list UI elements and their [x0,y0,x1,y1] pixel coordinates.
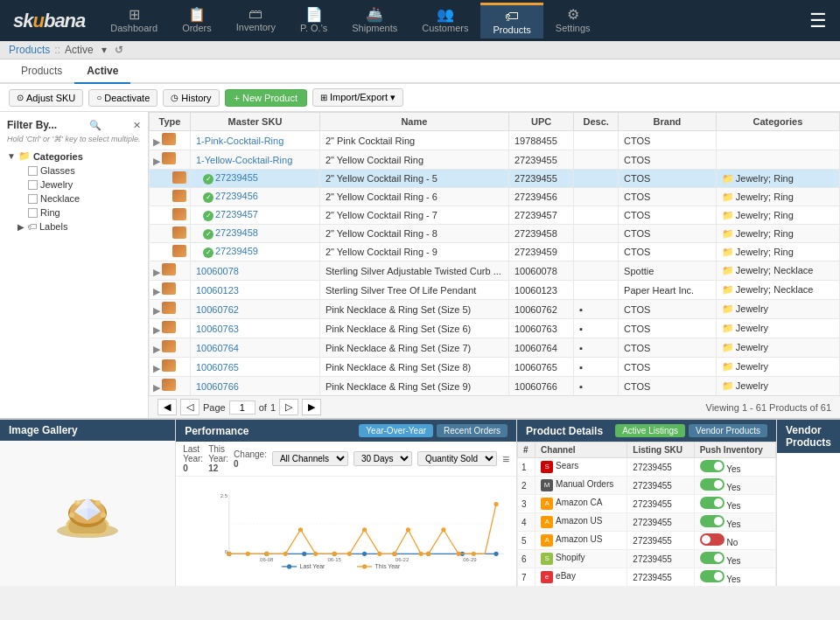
pd-push-cell[interactable]: Yes [694,495,775,513]
vendor-products-button[interactable]: Vendor Products [689,424,767,437]
table-row[interactable]: ▶ 10060764 Pink Necklace & Ring Set (Siz… [150,338,840,358]
table-row[interactable]: ▶ 10060078 Sterling Silver Adjustable Tw… [150,261,840,281]
toggle-on[interactable] [700,497,724,509]
col-name[interactable]: Name [319,113,508,131]
sku-cell[interactable]: ✓27239455 [191,170,320,188]
tab-active[interactable]: Active [74,59,130,84]
sku-link[interactable]: 27239459 [215,246,258,256]
pd-push-cell[interactable]: Yes [694,477,775,495]
filter-search-icon[interactable]: 🔍 [89,120,102,131]
toggle-on[interactable] [700,515,724,527]
pd-table-row[interactable]: 3 AAmazon CA 27239455 Yes [518,495,776,513]
expand-icon[interactable]: ▶ [153,136,160,147]
sku-cell[interactable]: 10060764 [191,338,320,358]
sku-cell[interactable]: ✓27239458 [191,225,320,243]
table-row[interactable]: ▶ 1-Yellow-Cocktail-Ring 2" Yellow Cockt… [150,150,840,170]
tab-products[interactable]: Products [9,59,74,84]
pd-table-row[interactable]: 5 AAmazon US 27239455 No [518,532,776,550]
table-row[interactable]: ▶ 10060123 Sterling Silver Tree Of Life … [150,281,840,300]
year-over-year-button[interactable]: Year-Over-Year [359,424,433,437]
nav-item-dashboard[interactable]: ⊞ Dashboard [98,3,170,38]
ring-checkbox[interactable] [28,208,38,218]
sidebar-item-glasses[interactable]: Glasses [7,164,141,178]
channel-select[interactable]: All Channels [272,451,348,466]
table-row[interactable]: ✓27239459 2" Yellow Cocktail Ring - 9 27… [150,243,840,261]
sku-link[interactable]: 10060123 [196,285,239,296]
table-row[interactable]: ▶ 10060765 Pink Necklace & Ring Set (Siz… [150,358,840,377]
chart-menu-icon[interactable]: ≡ [502,452,509,466]
expand-icon[interactable]: ▶ [153,156,160,166]
new-product-button[interactable]: + New Product [225,89,307,107]
pd-table-row[interactable]: 7 eeBay 27239455 Yes [518,568,776,587]
sku-link[interactable]: 1-Pink-Cocktail-Ring [196,136,284,146]
col-brand[interactable]: Brand [619,113,717,131]
sku-link[interactable]: 10060765 [196,362,239,373]
sku-cell[interactable]: ✓27239456 [191,188,320,206]
table-row[interactable]: ▶ 10060762 Pink Necklace & Ring Set (Siz… [150,300,840,319]
toggle-on[interactable] [700,478,724,491]
sku-link[interactable]: 27239456 [215,191,258,201]
logo[interactable]: skubana [0,10,98,32]
page-prev-button[interactable]: ◀ [158,399,177,415]
sku-cell[interactable]: 1-Pink-Cocktail-Ring [191,131,320,150]
table-row[interactable]: ▶ 10060763 Pink Necklace & Ring Set (Siz… [150,319,840,338]
nav-item-pos[interactable]: 📄 P. O.'s [288,3,340,38]
pd-table-row[interactable]: 4 AAmazon US 27239455 Yes [518,513,776,532]
import-export-button[interactable]: ⊞ Import/Export ▾ [312,88,403,107]
toggle-on[interactable] [700,460,724,472]
nav-item-inventory[interactable]: 🗃 Inventory [224,3,288,38]
sku-link[interactable]: 27239455 [215,172,258,183]
sku-link[interactable]: 10060764 [196,343,239,353]
sku-cell[interactable]: 10060763 [191,319,320,338]
sku-cell[interactable]: 10060123 [191,281,320,300]
categories-tree-item[interactable]: ▼ 📁 Categories [7,149,141,164]
toggle-on[interactable] [700,570,724,582]
col-desc[interactable]: Desc. [574,113,619,131]
breadcrumb-products[interactable]: Products [9,44,50,56]
expand-icon[interactable]: ▶ [153,305,160,316]
pd-push-cell[interactable]: No [694,532,775,550]
expand-icon[interactable]: ▶ [153,267,160,277]
table-row[interactable]: ▶ 10060766 Pink Necklace & Ring Set (Siz… [150,377,840,396]
active-listings-button[interactable]: Active Listings [615,424,685,437]
table-row[interactable]: ✓27239455 2" Yellow Cocktail Ring - 5 27… [150,170,840,188]
sku-cell[interactable]: 10060078 [191,261,320,281]
days-select[interactable]: 30 Days [354,451,412,466]
sku-link[interactable]: 27239458 [215,227,258,238]
table-row[interactable]: ✓27239458 2" Yellow Cocktail Ring - 8 27… [150,225,840,243]
sku-link[interactable]: 10060762 [196,304,239,315]
sku-cell[interactable]: 10060766 [191,377,320,396]
sku-cell[interactable]: 1-Yellow-Cocktail-Ring [191,150,320,170]
nav-item-orders[interactable]: 📋 Orders [170,3,224,38]
table-row[interactable]: ✓27239457 2" Yellow Cocktail Ring - 7 27… [150,206,840,225]
sidebar-item-ring[interactable]: Ring [7,206,141,219]
page-input[interactable] [229,401,256,414]
pd-table-row[interactable]: 6 SShopify 27239455 Yes [518,550,776,568]
sku-link[interactable]: 10060763 [196,324,239,334]
toggle-on[interactable] [700,552,724,564]
nav-item-customers[interactable]: 👥 Customers [410,3,480,38]
nav-item-products[interactable]: 🏷 Products [480,3,542,38]
expand-icon[interactable]: ▶ [153,363,160,373]
toggle-off[interactable] [700,533,724,546]
pd-push-cell[interactable]: Yes [694,458,775,477]
col-categories[interactable]: Categories [716,113,839,131]
nav-item-settings[interactable]: ⚙ Settings [543,3,603,38]
jewelry-checkbox[interactable] [28,180,38,190]
pd-push-cell[interactable]: Yes [694,513,775,532]
sku-link[interactable]: 1-Yellow-Cocktail-Ring [196,155,292,165]
sidebar-item-necklace[interactable]: Necklace [7,192,141,206]
adjust-sku-button[interactable]: ⊙ Adjust SKU [9,89,83,107]
sidebar-item-labels[interactable]: ▶ 🏷 Labels [7,219,141,233]
sku-cell[interactable]: 10060762 [191,300,320,319]
sidebar-item-jewelry[interactable]: Jewelry [7,178,141,192]
table-row[interactable]: ▶ 1-Pink-Cocktail-Ring 2" Pink Cocktail … [150,131,840,150]
history-button[interactable]: ◷ History [163,89,219,107]
page-next-button[interactable]: ▶ [302,399,321,415]
sku-link[interactable]: 10060078 [196,266,239,276]
nav-item-shipments[interactable]: 🚢 Shipments [340,3,410,38]
pd-table-row[interactable]: 2 MManual Orders 27239455 Yes [518,477,776,495]
col-upc[interactable]: UPC [508,113,573,131]
qty-select[interactable]: Quantity Sold [417,451,497,466]
pd-push-cell[interactable]: Yes [694,568,775,587]
